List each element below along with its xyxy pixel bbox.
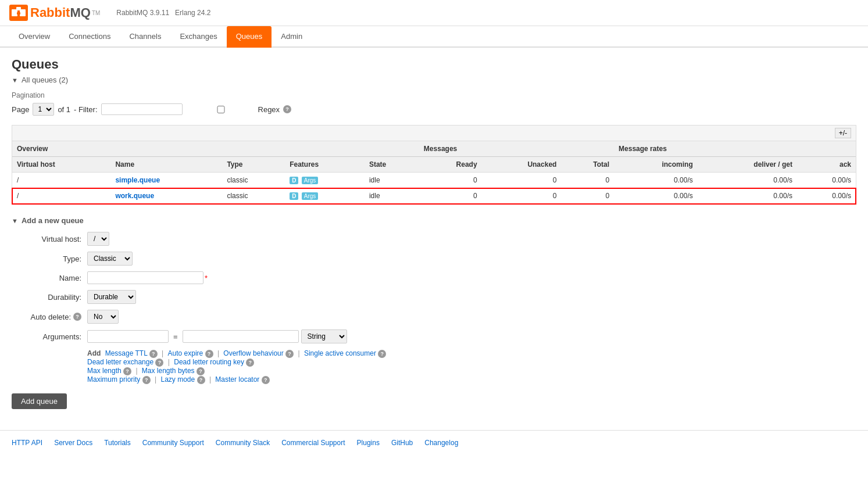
add-queue-toggle[interactable]: ▼ Add a new queue <box>12 216 856 225</box>
arg-key-input[interactable] <box>87 330 169 343</box>
nav-connections[interactable]: Connections <box>59 26 120 48</box>
table-top-header: +/- <box>12 126 856 141</box>
col-incoming: incoming <box>614 157 698 173</box>
regex-label: Regex <box>186 105 280 114</box>
cell-incoming: 0.00/s <box>614 188 698 204</box>
main-content: Queues ▼ All queues (2) Pagination Page … <box>0 48 868 418</box>
sep1: | <box>162 349 165 357</box>
cell-ack: 0.00/s <box>797 173 856 188</box>
feature-args-tag[interactable]: Args <box>302 192 319 200</box>
queues-table: Overview Messages Message rates Virtual … <box>12 141 856 204</box>
link-auto-expire[interactable]: Auto expire <box>168 349 203 357</box>
link-dead-letter-routing-key[interactable]: Dead letter routing key <box>174 358 244 366</box>
cell-state: idle <box>365 188 419 204</box>
auto-expire-help[interactable]: ? <box>205 350 213 358</box>
nav-channels[interactable]: Channels <box>120 26 170 48</box>
message-ttl-help[interactable]: ? <box>149 350 158 358</box>
type-select[interactable]: Classic Quorum <box>87 252 133 266</box>
arg-links-section: Add Message TTL ? | Auto expire ? | Over… <box>87 349 856 384</box>
footer-link-commercial-support[interactable]: Commercial Support <box>281 439 345 447</box>
cell-deliver-get: 0.00/s <box>698 173 797 188</box>
regex-checkbox[interactable] <box>186 106 256 113</box>
nav-overview[interactable]: Overview <box>9 26 59 48</box>
header: RabbitMQTM RabbitMQ 3.9.11 Erlang 24.2 <box>0 0 868 26</box>
logo: RabbitMQTM <box>9 5 100 21</box>
footer-link-changelog[interactable]: Changelog <box>424 439 458 447</box>
mlb-help[interactable]: ? <box>197 367 205 375</box>
durability-select[interactable]: Durable Transient <box>87 290 136 304</box>
durability-label: Durability: <box>12 293 87 302</box>
link-lazy-mode[interactable]: Lazy mode <box>160 375 195 384</box>
lm-help[interactable]: ? <box>197 376 205 384</box>
link-message-ttl[interactable]: Message TTL <box>105 349 148 357</box>
nav-admin[interactable]: Admin <box>272 26 312 48</box>
virtual-host-select[interactable]: / <box>87 232 109 246</box>
add-queue-button[interactable]: Add queue <box>12 393 67 409</box>
auto-delete-help-icon[interactable]: ? <box>73 313 81 321</box>
filter-input[interactable] <box>101 103 183 115</box>
table-row[interactable]: / work.queue classic D Args idle 0 0 0 0… <box>12 188 856 204</box>
table-row[interactable]: / simple.queue classic D Args idle 0 0 0… <box>12 173 856 188</box>
cell-features: D Args <box>285 188 365 204</box>
cell-name[interactable]: work.queue <box>110 188 222 204</box>
rabbitmq-logo-icon <box>9 5 28 21</box>
cell-type: classic <box>222 188 285 204</box>
messages-group-header: Messages <box>419 141 614 157</box>
footer-link-tutorials[interactable]: Tutorials <box>104 439 131 447</box>
feature-d-tag: D <box>290 177 298 184</box>
col-ready: Ready <box>419 157 482 173</box>
page-title: Queues <box>12 57 856 72</box>
logo-tm: TM <box>92 10 100 16</box>
cell-name[interactable]: simple.queue <box>110 173 222 188</box>
durability-row: Durability: Durable Transient <box>12 290 856 304</box>
arguments-label: Arguments: <box>12 332 87 341</box>
cell-features: D Args <box>285 173 365 188</box>
link-single-active-consumer[interactable]: Single active consumer <box>304 349 376 357</box>
footer-link-http-api[interactable]: HTTP API <box>12 439 42 447</box>
pagination-controls: Page 1 of 1 - Filter: Regex ? <box>12 103 856 116</box>
dlrk-help[interactable]: ? <box>246 359 254 367</box>
arg-equals: = <box>171 332 180 341</box>
nav-exchanges[interactable]: Exchanges <box>170 26 226 48</box>
footer-link-plugins[interactable]: Plugins <box>357 439 380 447</box>
footer-link-server-docs[interactable]: Server Docs <box>54 439 92 447</box>
footer-link-github[interactable]: GitHub <box>391 439 413 447</box>
feature-d-tag: D <box>290 192 298 200</box>
cell-unacked: 0 <box>482 188 562 204</box>
sep6: | <box>155 375 158 384</box>
all-queues-header[interactable]: ▼ All queues (2) <box>12 76 856 84</box>
ml-help[interactable]: ? <box>262 376 270 384</box>
feature-args-tag[interactable]: Args <box>302 177 319 184</box>
regex-help-icon[interactable]: ? <box>283 105 291 113</box>
arg-val-input[interactable] <box>183 330 299 343</box>
page-select[interactable]: 1 <box>33 103 54 116</box>
nav-queues[interactable]: Queues <box>227 26 272 48</box>
mp-help[interactable]: ? <box>142 376 151 384</box>
link-dead-letter-exchange[interactable]: Dead letter exchange <box>87 358 153 366</box>
svg-rect-3 <box>16 7 21 10</box>
plus-minus-button[interactable]: +/- <box>835 128 851 138</box>
overflow-help[interactable]: ? <box>285 350 294 358</box>
link-max-length[interactable]: Max length <box>87 367 122 375</box>
link-maximum-priority[interactable]: Maximum priority <box>87 375 140 384</box>
sep5: | <box>135 367 139 375</box>
message-rates-group-header: Message rates <box>614 141 856 157</box>
name-row: Name: * <box>12 271 856 284</box>
link-max-length-bytes[interactable]: Max length bytes <box>142 367 195 375</box>
footer-link-community-slack[interactable]: Community Slack <box>216 439 270 447</box>
main-nav: Overview Connections Channels Exchanges … <box>0 26 868 48</box>
logo-text: Rabbit <box>30 5 70 20</box>
max-length-help[interactable]: ? <box>123 367 131 375</box>
link-master-locator[interactable]: Master locator <box>215 375 259 384</box>
name-input[interactable] <box>87 271 203 284</box>
queues-table-wrapper: +/- Overview Messages Message rates Virt… <box>12 125 856 205</box>
name-label: Name: <box>12 274 87 282</box>
dle-help[interactable]: ? <box>155 359 163 367</box>
cell-virtual-host: / <box>12 188 110 204</box>
link-overflow-behaviour[interactable]: Overflow behaviour <box>223 349 283 357</box>
single-active-help[interactable]: ? <box>378 350 386 358</box>
footer-link-community-support[interactable]: Community Support <box>142 439 204 447</box>
auto-delete-select[interactable]: No Yes <box>87 310 119 324</box>
arg-type-select[interactable]: String Number Boolean <box>301 329 347 343</box>
cell-unacked: 0 <box>482 173 562 188</box>
